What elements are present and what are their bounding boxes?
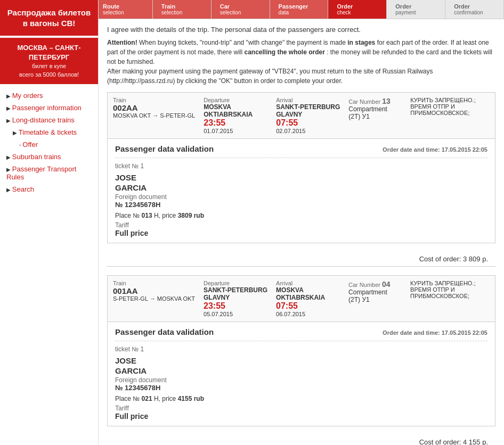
tariff-value-2: Full price xyxy=(115,412,487,421)
arrival-label-1: Arrival xyxy=(276,97,340,103)
my-orders-link[interactable]: My orders xyxy=(12,92,43,100)
place-info-2: Place № 021 H, price 4155 rub xyxy=(115,395,487,402)
train-label-2: Train xyxy=(113,280,195,286)
ticket-num-1: ticket № 1 xyxy=(115,162,487,170)
sidebar-item-my-orders[interactable]: ▶ My orders xyxy=(0,89,98,102)
car-col-1: Car Number 13 Compartment (2T) У1 xyxy=(348,97,402,120)
departure-date-2: 05.07.2015 xyxy=(204,311,267,317)
train-num-2: Train 001AA S-PETER-GL → MOSKVA OKT xyxy=(113,280,195,302)
transport-rules-link[interactable]: Passenger Transport Rules xyxy=(6,165,76,181)
validation-title-text-2: Passenger data validation xyxy=(115,327,214,336)
step-passenger-title: Passenger xyxy=(279,3,324,10)
main-content: Route selection Train selection Car sele… xyxy=(99,0,504,445)
restrictions-col-2: КУРИТЬ ЗАПРЕЩЕНО.; ВРЕМЯ ОТПР И ПРИБМОСК… xyxy=(410,280,490,299)
sidebar: Распродажа билетов в вагоны СВ! МОСКВА –… xyxy=(0,0,99,445)
step-route-sub: selection xyxy=(103,10,148,15)
section-arrow: ▶ xyxy=(6,93,12,99)
departure-label-2: Departure xyxy=(204,280,267,286)
doc-num-1: № 12345678H xyxy=(115,201,487,209)
step-route-title: Route xyxy=(103,3,148,10)
step-order-confirmation: Order confirmation xyxy=(445,0,504,19)
place-suffix-1: H, price xyxy=(154,212,178,219)
validation-title-text-1: Passenger data validation xyxy=(115,144,214,153)
promo-middle: МОСКВА – САНКТ-ПЕТЕРБУРГ билет в купе вс… xyxy=(0,38,98,84)
doc-num-2: № 12345678H xyxy=(115,384,487,392)
arrival-time-2: 07:55 xyxy=(276,301,340,311)
car-number-2: 04 xyxy=(382,280,391,289)
departure-col-1: Departure MOSKVA OKTIABRSKAIA 23:55 01.0… xyxy=(204,97,267,134)
search-link[interactable]: Search xyxy=(12,185,34,193)
departure-city-2: SANKT-PETERBURG GLAVNY xyxy=(204,286,267,301)
offer-link[interactable]: Offer xyxy=(22,141,38,149)
suburban-link[interactable]: Suburban trains xyxy=(12,153,61,161)
sidebar-nav: ▶ My orders ▶ Passenger information ▶ Lo… xyxy=(0,84,98,201)
cost-row-2: Cost of order: 4 155 p. xyxy=(107,435,495,445)
arrival-col-2: Arrival MOSKVA OKTIABRSKAIA 07:55 06.07.… xyxy=(276,280,340,317)
passenger-first-2: JOSE xyxy=(115,356,487,365)
sidebar-item-long-distance[interactable]: ▶ Long-distance trains xyxy=(0,114,98,126)
train-route-2: S-PETER-GL → MOSKVA OKT xyxy=(113,295,195,302)
sidebar-item-passenger-info[interactable]: ▶ Passenger information xyxy=(0,102,98,114)
validation-section-1: Passenger data validation Order date and… xyxy=(107,139,495,243)
place-info-1: Place № 013 H, price 3809 rub xyxy=(115,212,487,219)
departure-date-1: 01.07.2015 xyxy=(204,128,267,134)
validation-section-2: Passenger data validation Order date and… xyxy=(107,322,495,426)
passenger-last-1: GARCIA xyxy=(115,183,487,192)
promo-route: МОСКВА – САНКТ-ПЕТЕРБУРГ xyxy=(4,43,94,62)
sidebar-item-search[interactable]: ▶ Search xyxy=(0,183,98,195)
passenger-first-1: JOSE xyxy=(115,173,487,182)
departure-time-2: 23:55 xyxy=(204,301,267,311)
step-route: Route selection xyxy=(99,0,153,19)
step-car: Car selection xyxy=(212,0,270,19)
step-passenger-sub: data xyxy=(279,10,324,15)
train-number-2: 001AA xyxy=(113,286,195,295)
order-date-1: Order date and time: 17.05.2015 22:05 xyxy=(383,146,487,153)
step-payment-sub: payment xyxy=(395,10,441,15)
departure-city-1: MOSKVA OKTIABRSKAIA xyxy=(204,103,267,118)
place-num-1: 013 xyxy=(142,212,152,219)
arrival-label-2: Arrival xyxy=(276,280,340,286)
promo-offer: всего за 5000 баллов! xyxy=(4,71,94,79)
place-num-2: 021 xyxy=(142,395,152,402)
passenger-info-link[interactable]: Passenger information xyxy=(12,104,82,112)
order-date-2: Order date and time: 17.05.2015 22:05 xyxy=(383,329,487,336)
car-label-1: Car Number 13 xyxy=(348,97,402,105)
arrival-date-2: 06.07.2015 xyxy=(276,311,340,317)
car-type-2: Compartment (2T) У1 xyxy=(348,289,402,303)
tariff-value-1: Full price xyxy=(115,229,487,237)
step-order-check-sub: check xyxy=(337,10,382,15)
sub-arrow: ▶ xyxy=(13,130,19,136)
section-arrow: ▶ xyxy=(6,154,12,160)
order-1: Train 002AA MOSKVA OKT → S-PETER-GL Depa… xyxy=(107,92,495,267)
place-price-2: 4155 rub xyxy=(178,395,204,402)
sidebar-item-transport-rules[interactable]: ▶ Passenger Transport Rules xyxy=(0,163,98,183)
departure-label-1: Departure xyxy=(204,97,267,103)
section-arrow: ▶ xyxy=(6,187,12,193)
arrival-city-1: SANKT-PETERBURG GLAVNY xyxy=(276,103,340,118)
attention-bold2: cancelling the whole order xyxy=(244,48,324,56)
step-order-check: Order check xyxy=(328,0,387,19)
arrival-date-1: 02.07.2015 xyxy=(276,128,340,134)
sidebar-item-offer[interactable]: ◦ Offer xyxy=(0,138,98,151)
train-num-1: Train 002AA MOSKVA OKT → S-PETER-GL xyxy=(113,97,195,119)
car-type-1: Compartment (2T) У1 xyxy=(348,105,402,120)
sidebar-item-timetable[interactable]: ▶ Timetable & tickets xyxy=(0,126,98,138)
place-suffix-2: H, price xyxy=(154,395,178,402)
ticket-num-2: ticket № 1 xyxy=(115,345,487,353)
step-confirmation-title: Order xyxy=(454,3,499,10)
step-train-sub: selection xyxy=(161,10,207,15)
long-distance-link[interactable]: Long-distance trains xyxy=(12,116,75,124)
timetable-link[interactable]: Timetable & tickets xyxy=(19,128,77,136)
train-route-1: MOSKVA OKT → S-PETER-GL xyxy=(113,112,195,119)
tariff-label-1: Tariff xyxy=(115,221,487,229)
tariff-label-2: Tariff xyxy=(115,405,487,412)
car-number-1: 13 xyxy=(382,97,391,105)
car-label-2: Car Number 04 xyxy=(348,280,402,289)
step-train-title: Train xyxy=(161,3,207,10)
promo-top-text: Распродажа билетов в вагоны СВ! xyxy=(7,8,91,28)
passenger-last-2: GARCIA xyxy=(115,366,487,375)
cost-row-1: Cost of order: 3 809 p. xyxy=(107,252,495,267)
departure-col-2: Departure SANKT-PETERBURG GLAVNY 23:55 0… xyxy=(204,280,267,317)
sidebar-item-suburban[interactable]: ▶ Suburban trains xyxy=(0,151,98,163)
step-car-title: Car xyxy=(220,3,265,10)
